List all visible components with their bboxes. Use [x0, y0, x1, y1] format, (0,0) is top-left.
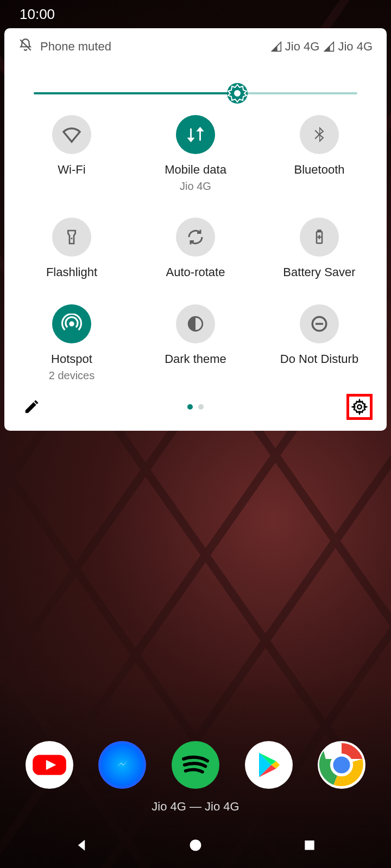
hotspot-icon	[52, 304, 91, 343]
tile-bluetooth[interactable]: Bluetooth	[257, 115, 381, 193]
tile-label: Mobile data	[165, 163, 226, 177]
app-youtube[interactable]	[26, 741, 73, 789]
signal-2-label: Jio 4G	[338, 40, 373, 54]
signal-1-label: Jio 4G	[285, 40, 320, 54]
svg-point-7	[70, 322, 73, 326]
tile-wifi[interactable]: Wi-Fi	[10, 115, 134, 193]
brightness-thumb[interactable]	[227, 83, 248, 104]
tile-dnd[interactable]: Do Not Disturb	[257, 304, 381, 382]
tile-label: Battery Saver	[283, 265, 355, 279]
flashlight-icon	[52, 218, 91, 257]
qs-header-left: Phone muted	[18, 38, 111, 55]
tile-label: Auto-rotate	[166, 265, 225, 279]
tile-flashlight[interactable]: Flashlight	[10, 218, 134, 279]
page-indicator	[187, 404, 204, 410]
svg-point-17	[190, 840, 201, 851]
status-time: 10:00	[20, 6, 55, 23]
svg-rect-18	[305, 840, 314, 850]
app-messenger[interactable]	[98, 741, 146, 789]
signal-2: Jio 4G	[324, 40, 373, 54]
signal-1: Jio 4G	[271, 40, 320, 54]
brightness-track	[34, 92, 357, 94]
nav-recent-button[interactable]	[277, 829, 342, 861]
svg-point-1	[235, 91, 240, 96]
tile-label: Dark theme	[165, 352, 226, 366]
dock	[0, 741, 391, 789]
tile-dark-theme[interactable]: Dark theme	[134, 304, 257, 382]
quick-settings-panel: Phone muted Jio 4G Jio 4G	[4, 28, 387, 431]
tile-label: Wi-Fi	[58, 163, 85, 177]
qs-header-right: Jio 4G Jio 4G	[271, 40, 373, 54]
tile-label: Hotspot	[51, 352, 92, 366]
app-play-store[interactable]	[245, 741, 293, 789]
bluetooth-icon	[300, 115, 339, 154]
mobile-data-icon	[176, 115, 215, 154]
tile-mobile-data[interactable]: Mobile data Jio 4G	[134, 115, 257, 193]
dnd-icon	[300, 304, 339, 343]
page-dot-2	[198, 404, 204, 410]
mute-icon	[18, 38, 33, 55]
dark-theme-icon	[176, 304, 215, 343]
qs-footer	[4, 382, 387, 426]
edit-tiles-button[interactable]	[18, 394, 45, 420]
auto-rotate-icon	[176, 218, 215, 257]
tile-label: Bluetooth	[294, 163, 345, 177]
tile-auto-rotate[interactable]: Auto-rotate	[134, 218, 257, 279]
navigation-bar	[0, 822, 391, 868]
brightness-fill	[34, 92, 237, 94]
status-bar: 10:00	[0, 0, 391, 28]
settings-button[interactable]	[346, 394, 373, 420]
tile-sublabel: Jio 4G	[180, 180, 211, 193]
nav-home-button[interactable]	[163, 829, 228, 861]
app-spotify[interactable]	[172, 741, 219, 789]
page-dot-1	[187, 404, 193, 410]
svg-point-11	[357, 405, 362, 409]
tile-hotspot[interactable]: Hotspot 2 devices	[10, 304, 134, 382]
wifi-icon	[52, 115, 91, 154]
qs-tiles-grid: Wi-Fi Mobile data Jio 4G Bluetooth Flash…	[4, 101, 387, 382]
tile-battery-saver[interactable]: Battery Saver	[257, 218, 381, 279]
brightness-slider[interactable]	[4, 61, 387, 101]
app-chrome[interactable]	[318, 741, 365, 789]
svg-rect-4	[318, 231, 321, 232]
tile-label: Flashlight	[46, 265, 97, 279]
qs-header: Phone muted Jio 4G Jio 4G	[4, 28, 387, 61]
nav-back-button[interactable]	[49, 829, 114, 861]
battery-saver-icon	[300, 218, 339, 257]
tile-label: Do Not Disturb	[280, 352, 358, 366]
tile-sublabel: 2 devices	[49, 369, 95, 382]
muted-label: Phone muted	[40, 40, 111, 54]
carrier-line: Jio 4G — Jio 4G	[0, 800, 391, 814]
